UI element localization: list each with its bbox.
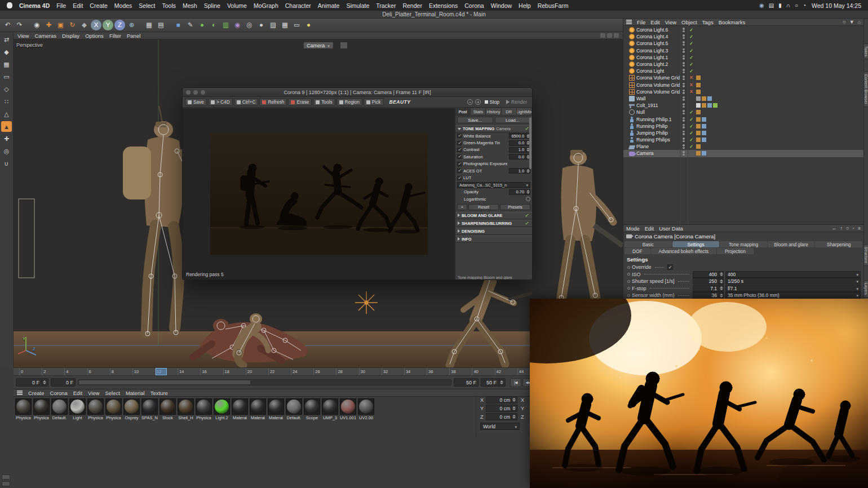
vfb-copy-button[interactable]: Ctrl+C	[234, 98, 259, 106]
render-settings-icon[interactable]: ▤	[156, 20, 166, 30]
keyframe-dot[interactable]	[627, 287, 630, 290]
material-item[interactable]: Materal	[249, 398, 267, 420]
scale-tool-icon[interactable]: ▣	[55, 20, 66, 30]
material-thumbnail[interactable]	[15, 398, 32, 415]
material-item[interactable]: Shell_H	[177, 398, 194, 420]
object-name[interactable]: Corona Light.2	[636, 61, 680, 67]
zoom-out-icon[interactable]	[467, 99, 473, 105]
polygons-mode-icon[interactable]: ▲	[1, 121, 12, 132]
object-state-mark[interactable]	[688, 68, 695, 74]
attribute-tab[interactable]: Settings	[672, 241, 720, 247]
vfb-title-bar[interactable]: Corona 9 | 1280×720px (1:1) | Camera: Ca…	[183, 88, 532, 97]
attribute-menu-item[interactable]: User Data	[659, 225, 683, 232]
visibility-dots[interactable]	[680, 144, 688, 149]
viewport-menu-item[interactable]: View	[17, 33, 29, 39]
attribute-row[interactable]: Override	[623, 264, 863, 271]
material-thumbnail[interactable]	[51, 398, 68, 415]
opacity-field[interactable]: 0.70	[509, 189, 530, 195]
visibility-dots[interactable]	[680, 103, 688, 108]
param-checkbox[interactable]	[457, 154, 462, 159]
range-end-field[interactable]: 50 F	[454, 378, 479, 387]
attribute-select[interactable]: 1/250 s	[725, 278, 861, 285]
visibility-dots[interactable]	[680, 48, 688, 53]
param-value-field[interactable]: 0.0	[509, 140, 530, 146]
object-state-mark[interactable]	[688, 116, 695, 123]
visibility-dots[interactable]	[680, 76, 688, 80]
object-tags[interactable]	[696, 96, 701, 101]
om-path-icon[interactable]: ⌂	[858, 19, 861, 25]
frame-start-field[interactable]: 0 F	[16, 378, 48, 387]
coordinate-field[interactable]: 0 cm	[486, 396, 517, 403]
material-thumbnail[interactable]	[178, 398, 194, 415]
grid-array-icon[interactable]: ▦	[280, 20, 290, 30]
menu-item[interactable]: Corona	[464, 2, 484, 9]
object-tags[interactable]	[696, 69, 701, 73]
toolbar-separator[interactable]	[138, 20, 143, 30]
vfb-section-header[interactable]: BLOOM AND GLARE	[455, 212, 532, 219]
param-value-field[interactable]: 1.0	[509, 147, 530, 153]
object-tags[interactable]	[696, 117, 701, 122]
material-thumbnail[interactable]	[304, 398, 320, 415]
viewport-view-label[interactable]: Perspective	[16, 42, 43, 48]
edge-tab[interactable]: Takes	[863, 43, 868, 59]
param-value-field[interactable]: 1.0	[509, 168, 530, 174]
object-state-mark[interactable]	[688, 123, 695, 130]
visibility-dots[interactable]	[680, 124, 688, 128]
attribute-value-field[interactable]: 250	[693, 278, 724, 285]
panel-menu-icon[interactable]	[626, 20, 632, 24]
object-tags[interactable]	[696, 137, 701, 142]
material-item[interactable]: Physica	[87, 398, 104, 420]
undo-icon[interactable]: ↶	[2, 20, 13, 30]
param-checkbox[interactable]	[457, 168, 462, 173]
object-manager-menu-item[interactable]: File	[637, 19, 645, 25]
object-name[interactable]: Running Philip	[636, 123, 680, 129]
material-thumbnail[interactable]	[160, 398, 176, 415]
viewport-menu-item[interactable]: Filter	[109, 33, 121, 39]
spline-pen-icon[interactable]: ✎	[185, 20, 196, 30]
object-manager-menu-item[interactable]: View	[665, 19, 676, 25]
object-name[interactable]: Null	[636, 109, 680, 115]
menu-item[interactable]: MoGraph	[254, 2, 278, 9]
viewport-maximize-icon[interactable]	[607, 33, 612, 38]
spotlight-icon[interactable]: ○	[795, 3, 798, 8]
keyboard-icon[interactable]: ▤	[769, 3, 774, 8]
tone-mapping-param[interactable]: Contrast 1.0	[455, 147, 532, 153]
points-mode-icon[interactable]: ∷	[1, 96, 12, 107]
object-manager-menu-item[interactable]: Tags	[702, 19, 714, 25]
attribute-tab[interactable]: Sharpening	[815, 241, 862, 247]
vfb-region-button[interactable]: Region	[336, 98, 362, 106]
material-thumbnail[interactable]	[340, 398, 356, 415]
object-row[interactable]: Corona Light.3	[623, 47, 863, 54]
object-name[interactable]: Corona Volume Grid.2	[636, 75, 680, 81]
object-row[interactable]: Wall	[623, 95, 863, 102]
material-menu-item[interactable]: Create	[28, 390, 45, 396]
menu-item[interactable]: File	[56, 2, 66, 9]
visibility-dots[interactable]	[680, 41, 688, 46]
object-name[interactable]: Camera	[636, 150, 680, 156]
om-filter-icon[interactable]: ▼	[849, 19, 854, 25]
object-name[interactable]: Jumping Philip	[636, 130, 680, 136]
start-render-button[interactable]: Render	[503, 99, 530, 105]
primitive-cube-icon[interactable]: ■	[173, 20, 184, 30]
material-thumbnail[interactable]	[214, 398, 230, 415]
go-to-start-button[interactable]: |◀	[510, 378, 521, 387]
menu-item[interactable]: Tools	[162, 2, 176, 9]
viewport-menu-item[interactable]: Display	[62, 33, 79, 39]
object-tags[interactable]	[696, 103, 701, 108]
material-item[interactable]: UMP_3	[321, 398, 339, 420]
material-thumbnail[interactable]	[322, 398, 338, 415]
material-item[interactable]: Physica	[105, 398, 122, 420]
object-state-mark[interactable]	[688, 143, 695, 150]
vfb-tab[interactable]: DR	[502, 108, 517, 115]
tone-mapping-param[interactable]: Photographic Exposure	[455, 161, 532, 167]
param-checkbox[interactable]	[457, 148, 462, 152]
edge-tab[interactable]: Layers	[863, 280, 868, 298]
material-thumbnail[interactable]	[141, 398, 158, 415]
keyframe-dot[interactable]	[627, 266, 630, 269]
menu-item[interactable]: Edit	[73, 2, 83, 9]
menu-item[interactable]: Simulate	[346, 2, 369, 9]
material-menu-item[interactable]: View	[88, 390, 99, 396]
menu-item[interactable]: Render	[402, 2, 422, 9]
object-row[interactable]: Running Philip	[623, 123, 863, 130]
visibility-dots[interactable]	[680, 55, 688, 60]
